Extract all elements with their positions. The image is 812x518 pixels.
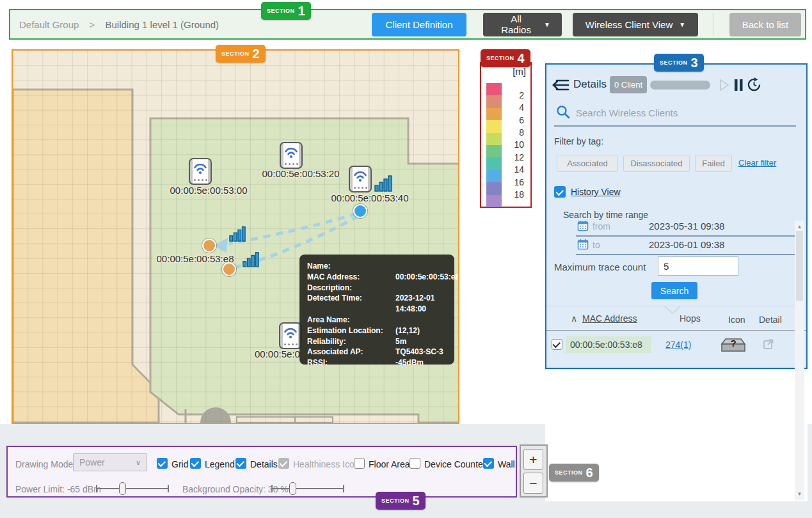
breadcrumb-page: Building 1 level 1 (Ground) [106,19,219,30]
all-radios-dropdown[interactable]: All Radios ▼ [483,13,562,36]
tag-failed-button[interactable]: Failed [695,155,732,172]
device-counter-checkbox[interactable] [410,458,420,469]
refresh-history-icon[interactable] [747,77,761,92]
open-detail-icon[interactable] [763,338,774,350]
row-mac-value[interactable]: 00:00:5e:00:53:e8 [566,336,651,353]
wifi-icon [283,327,298,339]
bg-opacity-slider-thumb[interactable] [289,482,296,495]
row-checkbox[interactable] [552,339,562,350]
ap-icon[interactable] [349,166,372,192]
client-dot-orange[interactable] [202,239,216,253]
power-limit-slider[interactable] [96,482,169,496]
floor-map[interactable]: 00:00:5e:00:53:00 00:00:5e:00:53:20 00:0… [12,49,459,424]
ap-icon[interactable] [279,322,302,349]
power-limit-slider-thumb[interactable] [119,482,126,495]
client-definition-button[interactable]: Client Definition [372,13,466,36]
section-3-badge: SECTION3 [654,54,704,72]
section-2-badge: SECTION2 [216,45,266,63]
details-panel: Details 0 Client Search Wireless Clients… [545,63,808,369]
max-trace-input[interactable]: 5 [658,256,738,276]
wifi-icon [283,146,299,159]
collapse-details-icon[interactable] [552,77,569,93]
search-icon [555,104,571,120]
to-label: to [593,240,600,250]
clear-filter-link[interactable]: Clear filter [738,158,776,168]
search-button[interactable]: Search [651,282,697,299]
device-counter-label[interactable]: Device Counter [424,459,486,469]
ap-icon[interactable] [189,158,212,185]
legend-unit: [m] [513,66,526,77]
col-hops[interactable]: Hops [680,313,701,324]
legend-swatch [486,133,502,145]
play-icon[interactable] [719,79,729,91]
to-underline [576,254,795,255]
playback-progress-bar[interactable] [650,81,710,90]
section-6-badge: SECTION6 [549,464,599,482]
breadcrumb: Default Group > Building 1 level 1 (Grou… [19,19,219,30]
map-zoom-controls: + − [520,444,548,498]
legend-swatches [486,83,502,207]
tag-disassociated-button[interactable]: Disassociated [623,155,690,172]
filter-label: Filter by tag: [554,136,603,146]
power-limit-label: Power Limit: -65 dBm [15,484,101,494]
drawing-mode-select[interactable]: Power ∨ [73,453,147,471]
ap-icon[interactable] [280,142,303,169]
details-checkbox[interactable] [235,458,246,469]
legend-swatch [486,108,502,120]
floor-area-checkbox[interactable] [354,458,365,469]
chevron-down-icon: ▼ [679,21,685,28]
legend-label[interactable]: Legend [205,459,235,469]
wall-label[interactable]: Wall [498,459,515,469]
from-underline [576,235,795,237]
ap-led-dots [284,343,298,345]
panel-scrollbar[interactable]: ▲ ▼ [795,221,804,500]
floor-area-label[interactable]: Floor Area [369,459,410,469]
grid-label[interactable]: Grid [171,459,188,469]
client-dot-orange[interactable] [222,262,236,276]
chevron-down-icon: ∨ [136,459,141,467]
breadcrumb-group[interactable]: Default Group [19,19,79,30]
back-to-list-button[interactable]: Back to list [729,13,801,36]
search-input[interactable]: Search Wireless Clients [576,107,678,118]
ap-led-dots [354,187,367,189]
details-label[interactable]: Details [250,459,278,469]
tag-associated-button[interactable]: Associated [557,155,618,172]
legend-swatch [486,145,502,157]
to-value[interactable]: 2023-06-01 09:38 [649,239,724,250]
ap-led-dots [285,163,298,165]
legend-value: 16 [514,177,524,187]
from-value[interactable]: 2023-05-31 09:38 [649,221,724,232]
panel-title: Details [573,78,607,91]
col-mac-address[interactable]: MAC Address [582,313,637,324]
wall-checkbox[interactable] [483,458,494,469]
wireless-client-view-dropdown[interactable]: Wireless Client View ▼ [573,13,698,36]
bg-opacity-slider[interactable] [271,482,344,496]
legend-checkbox[interactable] [190,458,201,469]
history-view-label[interactable]: History View [571,187,621,197]
from-label: from [593,221,610,232]
ap-mac-label: 00:00:5e:00:53:20 [262,168,340,179]
row-hops-link[interactable]: 274(1) [665,340,691,350]
client-dot-blue[interactable] [353,204,367,218]
grid-checkbox[interactable] [157,458,168,469]
col-icon: Icon [728,315,745,325]
calendar-icon[interactable] [577,239,589,250]
collapse-handle[interactable] [664,306,681,314]
sort-caret-icon[interactable]: ∧ [571,313,577,324]
scrollbar-thumb[interactable] [796,231,803,301]
section-5-badge: SECTION5 [376,492,426,510]
divider [713,13,714,35]
legend-value: 14 [514,164,524,175]
scroll-up-icon[interactable]: ▲ [795,224,804,230]
ap-mac-label: 00:00:5e:00:53:00 [170,185,248,196]
wifi-icon [353,170,368,182]
zoom-out-button[interactable]: − [523,473,543,494]
breadcrumb-separator: > [90,19,95,30]
calendar-icon[interactable] [577,220,589,232]
pause-icon[interactable] [734,79,744,91]
scroll-down-icon[interactable]: ▼ [795,491,804,497]
zoom-in-button[interactable]: + [523,449,543,470]
history-view-checkbox[interactable] [554,186,566,198]
ap-mac-label: 00:00:5e:00:53:40 [331,192,409,203]
signal-bars-icon [242,250,260,268]
